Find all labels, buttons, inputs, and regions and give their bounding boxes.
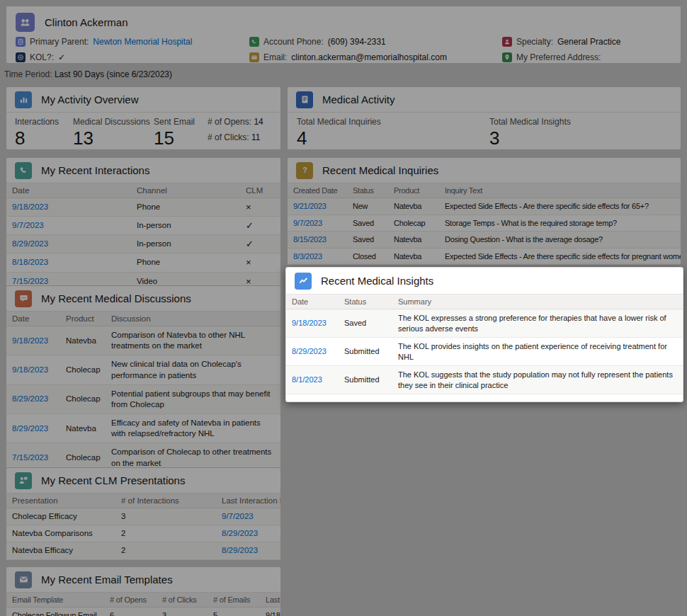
card-title: Recent Medical Insights — [321, 275, 433, 287]
table-cell: Submitted — [339, 366, 392, 394]
table-row: 9/18/2023SavedThe KOL expresses a strong… — [286, 309, 683, 338]
date-link-cell: 8/1/2023 — [286, 366, 339, 394]
trend-line-icon — [295, 273, 312, 290]
column-header: Date — [286, 295, 339, 309]
medical-insights-card: Recent Medical Insights Date Status Summ… — [285, 267, 683, 402]
table-cell: Submitted — [339, 338, 392, 366]
column-header: Status — [339, 295, 392, 309]
column-header: Summary — [392, 295, 683, 309]
dashboard-page: Clinton Ackerman Primary Parent: Newton … — [0, 0, 687, 616]
table-row: 8/1/2023SubmittedThe KOL suggests that t… — [286, 366, 683, 394]
table-header-row: Date Status Summary — [286, 295, 683, 309]
table-cell: The KOL suggests that the study populati… — [392, 366, 683, 394]
table-row: 8/29/2023SubmittedThe KOL provides insig… — [286, 338, 683, 366]
table-cell: The KOL expresses a strong preference fo… — [392, 309, 683, 338]
medical-insights-table: Date Status Summary 9/18/2023SavedThe KO… — [286, 295, 683, 394]
date-link[interactable]: 9/18/2023 — [292, 319, 327, 327]
date-link[interactable]: 8/1/2023 — [292, 375, 322, 384]
medical-insights-title-row: Recent Medical Insights — [286, 268, 683, 295]
date-link[interactable]: 8/29/2023 — [292, 347, 327, 355]
date-link-cell: 8/29/2023 — [286, 338, 339, 366]
table-cell: The KOL provides insights on the patient… — [392, 338, 683, 366]
date-link-cell: 9/18/2023 — [286, 309, 339, 338]
table-cell: Saved — [339, 309, 392, 338]
